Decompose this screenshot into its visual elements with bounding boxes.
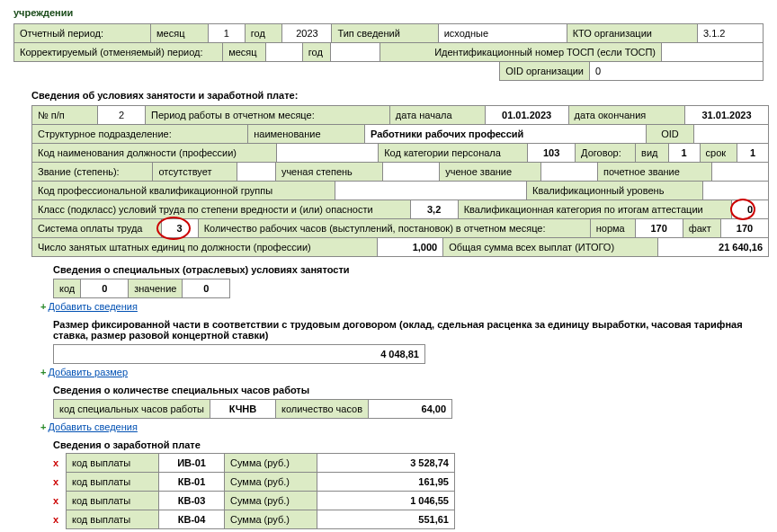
kvalkat-text: 0 bbox=[747, 204, 753, 215]
spec-zn-val: 0 bbox=[183, 279, 230, 298]
kodnaim-lbl: Код наименования должности (профессии) bbox=[32, 144, 277, 163]
kto-lbl: КТО организации bbox=[567, 24, 697, 43]
date-end-lbl: дата окончания bbox=[568, 106, 684, 125]
kvalur-lbl: Квалификационный уровень bbox=[527, 182, 703, 200]
kto-val: 3.1.2 bbox=[698, 24, 764, 43]
pay-row: код выплатыКВ-04Сумма (руб.)551,61 bbox=[66, 510, 455, 529]
struct-oid-lbl: OID bbox=[647, 125, 694, 144]
naim-val: Работники рабочих профессий bbox=[365, 125, 647, 144]
pay-sum-val: 1 046,55 bbox=[317, 492, 455, 510]
kodprof-val bbox=[335, 182, 527, 200]
ots-val bbox=[237, 163, 275, 182]
pay-sum-lbl: Сумма (руб.) bbox=[225, 492, 317, 510]
delete-row-icon[interactable]: x bbox=[53, 495, 66, 506]
uch-step-val bbox=[383, 163, 440, 182]
fakt-val: 170 bbox=[721, 219, 769, 238]
tosp-val bbox=[662, 43, 764, 62]
pay-row: код выплатыКВ-01Сумма (руб.)161,95 bbox=[66, 472, 455, 492]
npp-row: № п/п 2 Период работы в отчетном месяце:… bbox=[31, 105, 769, 125]
pay-title: Сведения о заработной плате bbox=[53, 439, 764, 450]
delete-row-icon[interactable]: x bbox=[53, 514, 66, 525]
korr-lbl: Корректируемый (отменяемый) период: bbox=[14, 43, 223, 62]
norma-val: 170 bbox=[635, 219, 683, 238]
kodprof-row: Код профессиональной квалификационной гр… bbox=[31, 181, 769, 200]
add-hours-link[interactable]: Добавить сведения bbox=[48, 421, 137, 432]
month-val: 1 bbox=[208, 24, 245, 43]
sys-text: 3 bbox=[177, 223, 183, 234]
uch-zv-val bbox=[540, 163, 597, 182]
pay-sum-lbl: Сумма (руб.) bbox=[225, 510, 317, 529]
total-sum-val: 21 640,16 bbox=[658, 238, 769, 257]
month-lbl: месяц bbox=[151, 24, 209, 43]
hours-lbl: Количество рабочих часов (выступлений, п… bbox=[198, 219, 590, 238]
pay-kod-val: КВ-03 bbox=[159, 492, 225, 510]
circle-annotation-icon bbox=[156, 217, 191, 240]
add-fix-link[interactable]: Добавить размер bbox=[48, 367, 128, 377]
pay-kod-lbl: код выплаты bbox=[67, 454, 159, 473]
year-val: 2023 bbox=[282, 24, 332, 43]
oid-org-table: OID организации 0 bbox=[499, 61, 764, 81]
kvalkat-val: 0 bbox=[732, 200, 769, 219]
plus-icon: + bbox=[40, 301, 46, 312]
page-title: учреждении bbox=[13, 7, 764, 18]
kodkat-lbl: Код категории персонала bbox=[379, 144, 528, 163]
period-work-lbl: Период работы в отчетном месяце: bbox=[146, 106, 390, 125]
num-units-val: 1,000 bbox=[378, 238, 443, 257]
period-table: Отчетный период: месяц 1 год 2023 Тип св… bbox=[13, 23, 764, 43]
fakt-lbl: факт bbox=[683, 219, 720, 238]
struct-oid-val bbox=[694, 125, 769, 144]
korr-year-lbl: год bbox=[302, 43, 330, 62]
pay-kod-lbl: код выплаты bbox=[67, 510, 159, 529]
add-spec-link[interactable]: Добавить сведения bbox=[48, 301, 137, 312]
tip-val: исходные bbox=[438, 24, 567, 43]
korr-year-val bbox=[331, 43, 380, 62]
plus-icon: + bbox=[40, 421, 46, 432]
vid-lbl: вид bbox=[636, 144, 669, 163]
spec-kod-lbl: код bbox=[54, 279, 81, 298]
year-lbl: год bbox=[245, 24, 282, 43]
npp-lbl: № п/п bbox=[32, 106, 98, 125]
uch-step-lbl: ученая степень bbox=[275, 163, 382, 182]
pay-sum-lbl: Сумма (руб.) bbox=[225, 454, 317, 473]
pay-kod-val: КВ-04 bbox=[159, 510, 225, 529]
pay-row: код выплатыИВ-01Сумма (руб.)3 528,74 bbox=[66, 453, 455, 473]
dog-lbl: Договор: bbox=[576, 144, 636, 163]
tosp-lbl: Идентификационный номер ТОСП (если ТОСП) bbox=[380, 43, 662, 62]
oid-org-lbl: OID организации bbox=[500, 62, 590, 81]
fix-table: 4 048,81 bbox=[53, 344, 425, 364]
struct-lbl: Структурное подразделение: bbox=[32, 125, 248, 144]
kodkat-val: 103 bbox=[528, 144, 576, 163]
totals-row: Число занятых штатных единиц по должност… bbox=[31, 237, 769, 257]
zvanie-row: Звание (степень): отсутствует ученая сте… bbox=[31, 162, 769, 182]
struct-row: Структурное подразделение: наименование … bbox=[31, 124, 769, 144]
delete-row-icon[interactable]: x bbox=[53, 457, 66, 468]
spec-title: Сведения о специальных (отраслевых) усло… bbox=[53, 264, 764, 275]
delete-row-icon[interactable]: x bbox=[53, 476, 66, 487]
hours-count-val: 64,00 bbox=[369, 400, 452, 419]
num-units-lbl: Число занятых штатных единиц по должност… bbox=[32, 238, 378, 257]
date-start-lbl: дата начала bbox=[389, 106, 485, 125]
spec-zn-lbl: значение bbox=[129, 279, 183, 298]
npp-val: 2 bbox=[98, 106, 146, 125]
klass-val: 3,2 bbox=[410, 200, 458, 219]
hours-table: код специальных часов работы КЧНВ количе… bbox=[53, 399, 452, 419]
uch-zv-lbl: ученое звание bbox=[440, 163, 541, 182]
norma-lbl: норма bbox=[590, 219, 635, 238]
spec-table: код 0 значение 0 bbox=[53, 279, 230, 298]
pay-kod-val: ИВ-01 bbox=[159, 454, 225, 473]
oid-org-val: 0 bbox=[590, 62, 764, 81]
kvalkat-lbl: Квалификационная категория по итогам атт… bbox=[458, 200, 731, 219]
spec-kod-val: 0 bbox=[81, 279, 129, 298]
poch-lbl: почетное звание bbox=[597, 163, 711, 182]
hours-count-lbl: количество часов bbox=[275, 400, 368, 419]
kvalur-val bbox=[703, 182, 769, 200]
kodnaim-row: Код наименования должности (профессии) К… bbox=[31, 143, 769, 163]
pay-kod-lbl: код выплаты bbox=[67, 492, 159, 510]
hours-kod-val: КЧНВ bbox=[210, 400, 275, 419]
hours-title: Сведения о количестве специальных часов … bbox=[53, 385, 764, 395]
section1-title: Сведения об условиях занятости и заработ… bbox=[31, 90, 764, 101]
korr-month-val bbox=[265, 43, 302, 62]
pay-kod-lbl: код выплаты bbox=[67, 473, 159, 492]
hours-kod-lbl: код специальных часов работы bbox=[54, 400, 210, 419]
fix-val: 4 048,81 bbox=[54, 345, 425, 364]
